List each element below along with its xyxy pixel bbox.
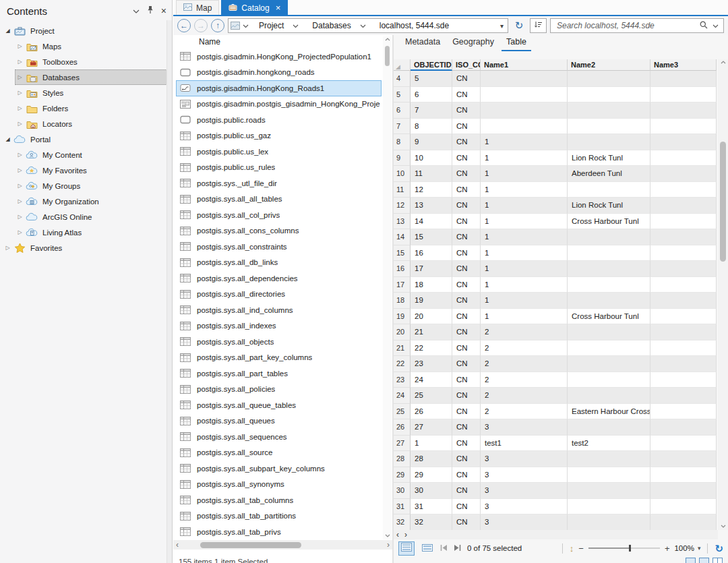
column-header-objectid[interactable]: OBJECTID *: [411, 59, 452, 71]
table-row[interactable]: 3232CN3: [394, 514, 717, 531]
refresh-table-icon[interactable]: ↻: [715, 543, 723, 554]
row-number[interactable]: 21: [394, 340, 411, 357]
cell[interactable]: CN: [452, 388, 481, 404]
cell[interactable]: [568, 340, 650, 357]
chevron-down-icon[interactable]: [133, 6, 140, 16]
cell[interactable]: 8: [411, 119, 452, 135]
scroll-thumb[interactable]: [200, 542, 301, 548]
table-row[interactable]: 910CN1Lion Rock Tunl: [394, 150, 717, 167]
row-number[interactable]: 10: [394, 166, 411, 182]
catalog-item[interactable]: postgis.sys.all_col_privs: [176, 207, 382, 223]
cell[interactable]: 10: [411, 150, 452, 167]
cell[interactable]: 16: [411, 245, 452, 262]
cell[interactable]: 25: [411, 388, 452, 404]
cell[interactable]: 1: [481, 309, 568, 325]
catalog-item[interactable]: postgis.sys.all_ind_columns: [176, 302, 382, 318]
cell[interactable]: CN: [452, 198, 481, 214]
expand-arrow-icon[interactable]: ▷: [16, 105, 24, 111]
cell[interactable]: 3: [481, 451, 568, 467]
cell[interactable]: [568, 388, 650, 404]
cell[interactable]: 19: [411, 293, 452, 309]
cell[interactable]: [568, 229, 650, 245]
cell[interactable]: 1: [481, 150, 568, 167]
cell[interactable]: 26: [411, 404, 452, 420]
cell[interactable]: 24: [411, 372, 452, 388]
tab-map[interactable]: Map: [176, 0, 219, 15]
cell[interactable]: CN: [452, 119, 481, 135]
catalog-item[interactable]: postgis.public.roads: [176, 112, 382, 128]
cell[interactable]: [650, 372, 717, 388]
cell[interactable]: [650, 309, 717, 325]
select-all-corner[interactable]: ◢: [394, 59, 411, 71]
table-row[interactable]: 1718CN1: [394, 277, 717, 293]
catalog-item[interactable]: postgis.sys._utl_file_dir: [176, 175, 382, 191]
forward-button[interactable]: →: [194, 19, 208, 32]
cell[interactable]: [481, 71, 568, 87]
cell[interactable]: [650, 229, 717, 245]
cell[interactable]: [650, 467, 717, 483]
table-horizontal-scrollbar[interactable]: ‹ ›: [394, 530, 718, 539]
cell[interactable]: [568, 293, 650, 309]
breadcrumb-project[interactable]: Project: [253, 21, 305, 30]
cell[interactable]: 18: [411, 277, 452, 293]
column-header-iso-cc[interactable]: ISO_CC: [452, 59, 481, 71]
table-row[interactable]: 1516CN1: [394, 245, 717, 262]
scroll-up-icon[interactable]: [385, 36, 390, 43]
row-number[interactable]: 7: [394, 119, 411, 135]
cell[interactable]: Cross Harbour Tunl: [568, 309, 650, 325]
tree-item-body[interactable]: ◢Portal: [3, 131, 167, 147]
sidebar-item-my-favorites[interactable]: ▷My Favorites: [0, 162, 172, 178]
cell[interactable]: [568, 261, 650, 277]
cell[interactable]: [568, 499, 650, 515]
sidebar-item-my-content[interactable]: ▷My Content: [0, 147, 172, 162]
table-row[interactable]: 2929CN3: [394, 467, 717, 483]
cell[interactable]: 1: [481, 166, 568, 182]
cell[interactable]: 32: [411, 514, 452, 531]
first-record-icon[interactable]: [440, 543, 448, 553]
column-header-name2[interactable]: Name2: [568, 59, 650, 71]
catalog-item[interactable]: postgis.sys.all_indexes: [176, 318, 382, 334]
catalog-item[interactable]: postgis.public.us_lex: [176, 144, 382, 160]
scroll-down-icon[interactable]: [721, 523, 726, 530]
catalog-item[interactable]: postgis.sys.all_tab_privs: [176, 524, 382, 540]
cell[interactable]: CN: [452, 514, 481, 531]
catalog-item[interactable]: postgis.sys.all_db_links: [176, 255, 382, 271]
catalog-item[interactable]: postgis.sys.all_all_tables: [176, 191, 382, 208]
expand-arrow-icon[interactable]: ▷: [16, 59, 24, 65]
tree-item-body[interactable]: ▷Folders: [15, 100, 167, 116]
row-number[interactable]: 8: [394, 134, 411, 150]
cell[interactable]: [650, 102, 717, 119]
list-vertical-scrollbar[interactable]: [383, 36, 392, 539]
cell[interactable]: 11: [411, 166, 452, 182]
row-number[interactable]: 15: [394, 245, 411, 262]
sidebar-item-living-atlas[interactable]: ▷Living Atlas: [0, 225, 172, 240]
table-row[interactable]: 1617CN1: [394, 261, 717, 277]
tree-item-body[interactable]: ◢Project: [3, 23, 167, 38]
row-number[interactable]: 14: [394, 229, 411, 245]
cell[interactable]: 1: [481, 293, 568, 309]
table-row[interactable]: 1213CN1Lion Rock Tunl: [394, 198, 717, 214]
cell[interactable]: 1: [481, 198, 568, 214]
table-row[interactable]: 89CN1: [394, 134, 717, 150]
cell[interactable]: CN: [452, 277, 481, 293]
table-row[interactable]: 1011CN1Aberdeen Tunl: [394, 166, 717, 182]
cell[interactable]: Eastern Harbour Cross...: [568, 404, 650, 420]
table-row[interactable]: 2627CN3: [394, 419, 717, 436]
name-column-header[interactable]: Name: [173, 35, 392, 49]
cell[interactable]: 12: [411, 182, 452, 198]
cell[interactable]: 3: [481, 419, 568, 436]
catalog-item[interactable]: postgis.gisadmin.hongkong_roads: [176, 65, 382, 81]
cell[interactable]: 30: [411, 483, 452, 499]
cell[interactable]: [650, 150, 717, 167]
table-row[interactable]: 3131CN3: [394, 499, 717, 515]
cell[interactable]: CN: [452, 372, 481, 388]
cell[interactable]: 29: [411, 467, 452, 483]
tree-item-body[interactable]: ▷Locators: [15, 116, 167, 131]
table-row[interactable]: 271CNtest1test2: [394, 436, 717, 452]
cell[interactable]: 2: [481, 340, 568, 357]
table-row[interactable]: 1415CN1: [394, 229, 717, 245]
zoom-in-button[interactable]: +: [665, 544, 670, 553]
cell[interactable]: 2: [481, 356, 568, 372]
cell[interactable]: 1: [481, 229, 568, 245]
cell[interactable]: [568, 134, 650, 150]
